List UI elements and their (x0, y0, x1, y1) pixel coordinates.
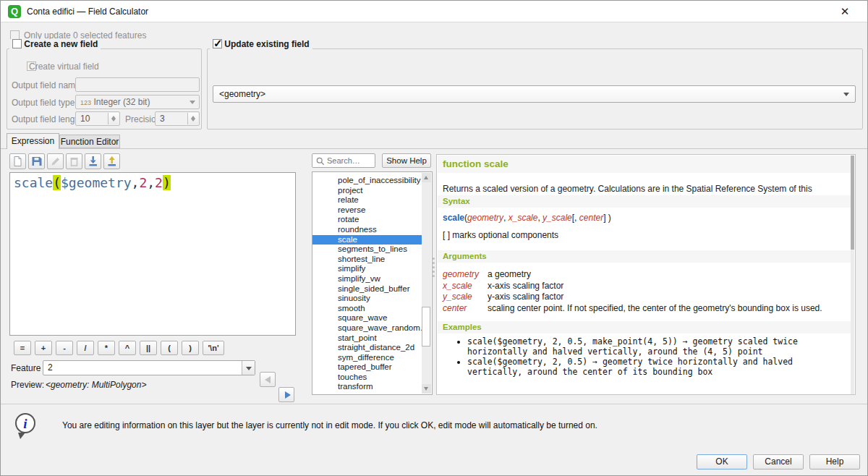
close-icon[interactable]: ✕ (833, 4, 857, 20)
function-list-item[interactable]: relate (312, 195, 423, 205)
function-list-item[interactable]: roundness (312, 225, 423, 235)
new-file-icon (12, 156, 24, 167)
scroll-down-icon[interactable] (422, 384, 431, 394)
edit-expression-button[interactable] (47, 153, 64, 169)
argument-description: scaling center point. If not specified, … (488, 303, 822, 313)
previous-feature-button[interactable] (260, 372, 276, 387)
function-help-panel: function scale Returns a scaled version … (436, 154, 856, 395)
output-field-name-input[interactable] (75, 77, 200, 92)
scrollbar-thumb[interactable] (422, 307, 430, 347)
output-field-length-label: Output field length (12, 114, 82, 124)
function-list[interactable]: pole_of_inaccessibilityprojectrelatereve… (312, 171, 433, 395)
cancel-button[interactable]: Cancel (753, 454, 804, 469)
function-list-item[interactable]: sinuosity (312, 294, 423, 304)
function-list-item[interactable]: rotate (312, 215, 423, 225)
output-field-name-label: Output field name (12, 80, 80, 90)
search-input[interactable] (327, 155, 373, 166)
info-icon: i (15, 413, 35, 433)
update-existing-field-label: Update existing field (224, 39, 309, 49)
update-existing-field-checkbox[interactable] (213, 39, 222, 48)
function-list-item[interactable]: pole_of_inaccessibility (312, 176, 423, 186)
argument-name: geometry (443, 269, 488, 281)
example-item: scale($geometry, 2, 0.5) → geometry twic… (467, 357, 848, 377)
syntax-token: y_scale (542, 213, 572, 223)
output-field-length-spinner[interactable]: 10 (75, 111, 120, 126)
scrollbar-thumb[interactable] (851, 156, 854, 250)
operator-button[interactable]: || (140, 341, 157, 355)
function-list-item[interactable]: square_wave_random… (312, 323, 423, 333)
function-list-item[interactable]: project (312, 186, 423, 196)
function-list-item[interactable]: segments_to_lines (312, 245, 423, 255)
operator-button[interactable]: '\n' (203, 341, 224, 355)
function-list-item[interactable]: simplify (312, 264, 423, 274)
create-new-field-checkbox[interactable] (12, 39, 22, 48)
operator-button[interactable]: ( (161, 341, 178, 355)
expression-token: 2 (139, 175, 147, 190)
spinner-arrows-icon[interactable] (187, 113, 198, 124)
operator-button[interactable]: ) (182, 341, 199, 355)
expression-token: ) (163, 175, 171, 190)
function-list-item[interactable]: smooth (312, 304, 423, 314)
function-list-item[interactable]: reverse (312, 205, 423, 216)
import-expression-button[interactable] (85, 153, 101, 169)
help-scrollbar[interactable] (851, 156, 854, 395)
tab-expression[interactable]: Expression (7, 133, 59, 149)
panel-splitter-handle[interactable] (433, 255, 435, 279)
syntax-token: scale (443, 213, 464, 223)
function-list-scrollbar[interactable] (422, 173, 431, 394)
function-list-item[interactable]: touches (312, 373, 423, 383)
feature-combo[interactable]: 2 (43, 360, 255, 375)
existing-field-combo[interactable]: <geometry> (213, 85, 856, 103)
function-list-item[interactable]: shortest_line (312, 255, 423, 265)
output-field-type-label: Output field type (12, 98, 75, 108)
function-list-item[interactable]: square_wave (312, 313, 423, 323)
arguments-header: Arguments (438, 250, 851, 263)
operator-button[interactable]: / (77, 341, 94, 355)
function-list-item[interactable]: straight_distance_2d (312, 343, 423, 353)
argument-description: x-axis scaling factor (488, 281, 563, 291)
syntax-token: geometry (467, 213, 503, 223)
function-list-item[interactable]: simplify_vw (312, 274, 423, 284)
export-expression-button[interactable] (103, 153, 120, 169)
spinner-arrows-icon[interactable] (108, 113, 119, 124)
chevron-down-icon (246, 367, 252, 370)
footer-separator (1, 404, 868, 404)
argument-row: y_scaley-axis scaling factor (443, 292, 848, 303)
search-box[interactable] (312, 153, 375, 168)
function-list-item[interactable]: sym_difference (312, 353, 423, 363)
function-list-item[interactable]: start_point (312, 333, 423, 344)
help-button[interactable]: Help (809, 454, 860, 469)
tab-function-editor[interactable]: Function Editor (59, 135, 120, 148)
function-list-item[interactable]: single_sided_buffer (312, 284, 423, 294)
argument-description: y-axis scaling factor (488, 292, 563, 302)
save-expression-button[interactable] (28, 153, 45, 169)
delete-expression-button[interactable] (66, 153, 82, 169)
expression-token: ( (53, 175, 61, 190)
integer-type-icon: 123 (80, 99, 91, 106)
combo-arrow-segment[interactable] (242, 361, 255, 375)
example-item: scale($geometry, 2, 0.5, make_point(4, 5… (467, 337, 848, 357)
precision-spinner[interactable]: 3 (155, 111, 200, 126)
operator-button[interactable]: * (98, 341, 115, 355)
function-list-item[interactable]: transform (312, 382, 423, 392)
argument-row: x_scalex-axis scaling factor (443, 281, 848, 292)
operator-button[interactable]: + (35, 341, 52, 355)
expression-token: $geometry (61, 175, 132, 190)
output-field-type-combo[interactable]: 123 Integer (32 bit) (75, 95, 200, 109)
syntax-token: , (503, 213, 509, 223)
scroll-up-icon[interactable] (422, 173, 431, 182)
operator-button[interactable]: - (56, 341, 73, 355)
expression-editor[interactable]: scale($geometry,2,2) (9, 172, 296, 336)
show-help-button[interactable]: Show Help (382, 153, 431, 168)
syntax-token: ] ) (603, 213, 611, 223)
ok-button[interactable]: OK (697, 454, 747, 469)
next-feature-button[interactable] (278, 387, 294, 402)
precision-value: 3 (160, 114, 165, 124)
expression-text: scale($geometry,2,2) (14, 175, 171, 190)
operator-button[interactable]: = (14, 341, 31, 355)
operator-button[interactable]: ^ (119, 341, 136, 355)
function-list-item[interactable]: scale (312, 235, 423, 245)
function-list-item[interactable]: tapered_buffer (312, 362, 423, 373)
new-expression-button[interactable] (9, 153, 26, 169)
feature-label: Feature (11, 363, 41, 373)
